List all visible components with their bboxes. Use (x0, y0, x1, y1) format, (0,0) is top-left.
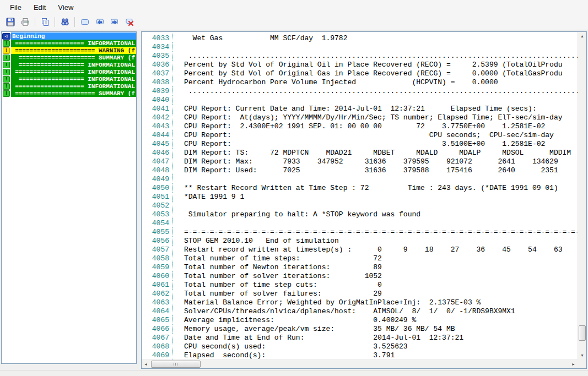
log-line: 4060 Total number of solver iterations: … (142, 271, 578, 280)
line-number: 4068 (142, 342, 172, 351)
workspace: -1 Beginning ! =================== INFOR… (0, 30, 588, 376)
delete-comment-icon (125, 17, 134, 27)
line-text: ........................................… (172, 52, 578, 60)
next-comment-button[interactable] (107, 15, 122, 29)
vertical-scrollbar-thumb[interactable] (579, 325, 586, 341)
line-number: 4057 (142, 245, 172, 254)
print-button[interactable] (18, 15, 33, 29)
info-exclamation-icon: ! (3, 40, 10, 47)
line-text: CPU Report: CPU seconds; CPU-sec/sim-day (172, 131, 554, 139)
log-line: 4042 CPU Report: At(days); YYYY/MMMM/Dy/… (142, 113, 578, 122)
info-exclamation-icon: ! (3, 76, 10, 83)
vertical-scrollbar[interactable]: ▲ ▼ (578, 32, 586, 359)
line-number: 4045 (142, 139, 172, 148)
log-line: 4052 (142, 201, 578, 210)
line-text: Date and Time at End of Run: 2014-Jul-01… (172, 334, 463, 342)
sidebar-item-summary[interactable]: ! ===================== SUMMARY (f (2, 54, 136, 61)
log-line: 4058 Total number of time steps: 72 (142, 254, 578, 263)
sidebar-item-info[interactable]: ! =================== INFORMATIONAL (2, 68, 136, 75)
line-number: 4067 (142, 333, 172, 342)
save-button[interactable] (3, 15, 18, 29)
line-number: 4052 (142, 201, 172, 210)
log-line: 4038 Percent Hydrocarbon Pore Volume Inj… (142, 78, 578, 86)
sidebar-item-beginning[interactable]: -1 Beginning (2, 32, 136, 40)
horizontal-scrollbar-thumb[interactable] (151, 361, 201, 368)
line-number: 4048 (142, 166, 172, 175)
sidebar-item-label: ====================== SUMMARY (f (12, 90, 135, 97)
next-comment-icon (110, 17, 120, 27)
line-text: Average implicitness: 0.400249 % (172, 316, 416, 324)
log-line: 4048 DIM Report: Used: 7025 31636 379588… (142, 166, 578, 175)
line-number: 4040 (142, 95, 172, 104)
print-icon (20, 17, 30, 27)
menu-view[interactable]: View (52, 2, 79, 13)
delete-comment-button[interactable] (122, 15, 137, 29)
info-exclamation-icon: ! (3, 90, 10, 97)
line-number: 4035 (142, 51, 172, 60)
menu-edit[interactable]: Edit (28, 2, 52, 13)
sidebar-item-label: ===================== SUMMARY (f (12, 55, 135, 61)
menu-file[interactable]: File (4, 2, 28, 13)
line-number: 4044 (142, 130, 172, 139)
minus-one-badge-icon: -1 (2, 33, 10, 40)
info-exclamation-icon: ! (3, 69, 10, 75)
line-number: 4059 (142, 263, 172, 271)
line-text: CPU Report: 2.4300E+02 1991 SEP. 01: 00 … (172, 122, 545, 130)
log-text-area[interactable]: 4033 Wet Gas MM SCF/day 1.9782 4034 4035… (142, 32, 578, 359)
previous-comment-button[interactable] (92, 15, 107, 29)
message-list-sidebar[interactable]: -1 Beginning ! =================== INFOR… (1, 31, 137, 364)
log-line: 4044 CPU Report: CPU seconds; CPU-sec/si… (142, 130, 578, 139)
menu-bar: File Edit View (0, 0, 588, 14)
line-text: Percent Hydrocarbon Pore Volume Injected… (172, 78, 498, 86)
status-bar (0, 370, 588, 376)
line-number: 4039 (142, 86, 172, 95)
log-line: 4033 Wet Gas MM SCF/day 1.9782 (142, 34, 578, 42)
line-text: Elapsed second(s): 3.791 (172, 351, 395, 359)
line-number: 4069 (142, 351, 172, 359)
log-line: 4069 Elapsed second(s): 3.791 (142, 351, 578, 359)
line-text: Simulator preparing to halt: A *STOP key… (172, 210, 420, 219)
toolbar-separator (55, 17, 55, 27)
line-text: ** Restart Record Written at Time Step :… (172, 184, 558, 192)
line-text: =-=-=-=-=-=-=-=-=-=-=-=-=-=-=-=-=-=-=-=-… (172, 228, 578, 236)
line-text: DIM Report: TS: 72 MDPTCN MDAD21 MDBET M… (172, 149, 571, 157)
sidebar-item-info[interactable]: ! =================== INFORMATIONAL (2, 83, 136, 90)
scroll-up-button[interactable]: ▲ (578, 32, 586, 40)
scroll-down-button[interactable]: ▼ (578, 351, 586, 359)
sidebar-item-label: =================== INFORMATIONAL (12, 69, 135, 75)
find-button[interactable] (57, 15, 72, 29)
log-line: 4049 (142, 175, 578, 183)
log-line: 4055 =-=-=-=-=-=-=-=-=-=-=-=-=-=-=-=-=-=… (142, 227, 578, 236)
copy-icon (40, 17, 50, 27)
down-arrow-icon: ▼ (580, 353, 584, 357)
sidebar-item-info[interactable]: ! ================== INFORMATIONAL (2, 61, 136, 68)
scroll-left-button[interactable]: ◄ (142, 360, 150, 368)
log-line: 4064 Solver/CPUs/threads/nlv1ca/dplanes/… (142, 307, 578, 315)
line-number: 4062 (142, 289, 172, 298)
sidebar-item-info[interactable]: ! ================== INFORMATIONAL (2, 75, 136, 83)
log-line: 4053 Simulator preparing to halt: A *STO… (142, 210, 578, 219)
log-panel[interactable]: 4033 Wet Gas MM SCF/day 1.9782 4034 4035… (141, 31, 587, 369)
log-line: 4047 DIM Report: Max: 7933 347952 31636 … (142, 157, 578, 166)
copy-button[interactable] (37, 15, 52, 29)
horizontal-scrollbar[interactable]: ◄ ► (142, 359, 578, 368)
line-number: 4064 (142, 307, 172, 315)
save-icon (6, 17, 15, 27)
comment-button[interactable] (77, 15, 92, 29)
sidebar-item-warning[interactable]: ! ====================== WARNING (f (2, 47, 136, 54)
line-number: 4060 (142, 271, 172, 280)
log-line: 4062 Total number of solver failures: 29 (142, 289, 578, 298)
log-line: 4046 DIM Report: TS: 72 MDPTCN MDAD21 MD… (142, 148, 578, 157)
line-text: Solver/CPUs/threads/nlv1ca/dplanes/host:… (172, 307, 515, 315)
comment-icon (80, 17, 90, 27)
line-text: Percent by Std Vol of Original Oil in Pl… (172, 61, 563, 69)
line-text: Total number of solver iterations: 1052 (172, 272, 382, 280)
line-text: Total number of Newton iterations: 89 (172, 263, 382, 271)
line-number: 4056 (142, 236, 172, 245)
sidebar-item-info[interactable]: ! =================== INFORMATIONAL (2, 40, 136, 47)
sidebar-item-summary[interactable]: ! ====================== SUMMARY (f (2, 90, 136, 97)
sidebar-item-label: ====================== WARNING (f (12, 47, 135, 54)
line-text: Total number of time steps: 72 (172, 254, 382, 263)
scroll-right-button[interactable]: ► (569, 360, 578, 368)
log-line: 4065 Average implicitness: 0.400249 % (142, 315, 578, 324)
